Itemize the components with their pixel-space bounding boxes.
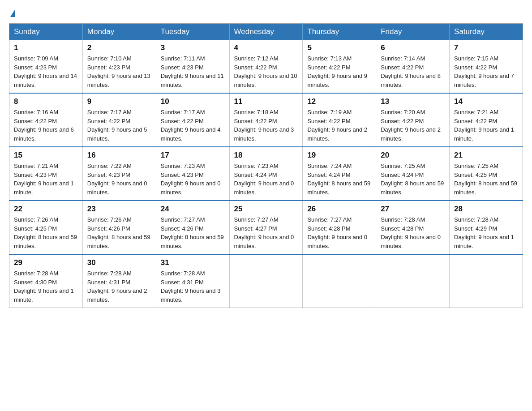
logo-triangle-icon	[10, 10, 15, 17]
page-header	[9, 9, 523, 15]
day-info: Sunrise: 7:25 AMSunset: 4:25 PMDaylight:…	[454, 163, 517, 196]
day-cell-16: 16 Sunrise: 7:22 AMSunset: 4:23 PMDaylig…	[82, 147, 156, 201]
day-info: Sunrise: 7:17 AMSunset: 4:22 PMDaylight:…	[87, 109, 147, 142]
week-row-3: 15 Sunrise: 7:21 AMSunset: 4:23 PMDaylig…	[9, 147, 523, 201]
day-cell-19: 19 Sunrise: 7:24 AMSunset: 4:24 PMDaylig…	[303, 147, 376, 201]
day-info: Sunrise: 7:23 AMSunset: 4:24 PMDaylight:…	[234, 163, 294, 196]
day-info: Sunrise: 7:10 AMSunset: 4:23 PMDaylight:…	[87, 55, 150, 88]
day-number: 11	[234, 97, 298, 106]
day-info: Sunrise: 7:11 AMSunset: 4:23 PMDaylight:…	[161, 55, 224, 88]
day-cell-26: 26 Sunrise: 7:27 AMSunset: 4:28 PMDaylig…	[303, 201, 376, 254]
day-cell-2: 2 Sunrise: 7:10 AMSunset: 4:23 PMDayligh…	[82, 40, 156, 93]
empty-cell-w4-d3	[229, 254, 303, 308]
day-cell-12: 12 Sunrise: 7:19 AMSunset: 4:22 PMDaylig…	[303, 93, 376, 147]
day-cell-27: 27 Sunrise: 7:28 AMSunset: 4:28 PMDaylig…	[376, 201, 450, 254]
day-info: Sunrise: 7:13 AMSunset: 4:22 PMDaylight:…	[307, 55, 367, 88]
day-info: Sunrise: 7:27 AMSunset: 4:27 PMDaylight:…	[234, 216, 294, 249]
day-cell-9: 9 Sunrise: 7:17 AMSunset: 4:22 PMDayligh…	[82, 93, 156, 147]
day-info: Sunrise: 7:14 AMSunset: 4:22 PMDaylight:…	[381, 55, 441, 88]
day-info: Sunrise: 7:22 AMSunset: 4:23 PMDaylight:…	[87, 163, 147, 196]
day-info: Sunrise: 7:24 AMSunset: 4:24 PMDaylight:…	[307, 163, 370, 196]
day-info: Sunrise: 7:15 AMSunset: 4:22 PMDaylight:…	[454, 55, 514, 88]
day-cell-18: 18 Sunrise: 7:23 AMSunset: 4:24 PMDaylig…	[229, 147, 303, 201]
calendar-table: SundayMondayTuesdayWednesdayThursdayFrid…	[9, 23, 523, 308]
weekday-header-row: SundayMondayTuesdayWednesdayThursdayFrid…	[9, 24, 523, 40]
week-row-5: 29 Sunrise: 7:28 AMSunset: 4:30 PMDaylig…	[9, 254, 523, 308]
day-number: 2	[87, 43, 151, 52]
day-info: Sunrise: 7:28 AMSunset: 4:30 PMDaylight:…	[14, 270, 74, 303]
day-info: Sunrise: 7:27 AMSunset: 4:28 PMDaylight:…	[307, 216, 367, 249]
week-row-2: 8 Sunrise: 7:16 AMSunset: 4:22 PMDayligh…	[9, 93, 523, 147]
empty-cell-w4-d4	[303, 254, 376, 308]
day-cell-31: 31 Sunrise: 7:28 AMSunset: 4:31 PMDaylig…	[156, 254, 229, 308]
day-number: 4	[234, 43, 298, 52]
weekday-friday: Friday	[376, 24, 450, 40]
day-info: Sunrise: 7:12 AMSunset: 4:22 PMDaylight:…	[234, 55, 297, 88]
weekday-thursday: Thursday	[303, 24, 376, 40]
day-number: 29	[14, 258, 78, 267]
day-info: Sunrise: 7:26 AMSunset: 4:26 PMDaylight:…	[87, 216, 150, 249]
day-cell-20: 20 Sunrise: 7:25 AMSunset: 4:24 PMDaylig…	[376, 147, 450, 201]
day-info: Sunrise: 7:28 AMSunset: 4:28 PMDaylight:…	[381, 216, 441, 249]
week-row-4: 22 Sunrise: 7:26 AMSunset: 4:25 PMDaylig…	[9, 201, 523, 254]
day-info: Sunrise: 7:28 AMSunset: 4:29 PMDaylight:…	[454, 216, 514, 249]
day-cell-28: 28 Sunrise: 7:28 AMSunset: 4:29 PMDaylig…	[450, 201, 523, 254]
weekday-sunday: Sunday	[9, 24, 83, 40]
day-info: Sunrise: 7:27 AMSunset: 4:26 PMDaylight:…	[161, 216, 224, 249]
day-cell-14: 14 Sunrise: 7:21 AMSunset: 4:22 PMDaylig…	[450, 93, 523, 147]
day-number: 13	[381, 97, 445, 106]
day-info: Sunrise: 7:19 AMSunset: 4:22 PMDaylight:…	[307, 109, 367, 142]
day-number: 26	[307, 205, 371, 214]
day-cell-24: 24 Sunrise: 7:27 AMSunset: 4:26 PMDaylig…	[156, 201, 229, 254]
day-cell-7: 7 Sunrise: 7:15 AMSunset: 4:22 PMDayligh…	[450, 40, 523, 93]
day-cell-22: 22 Sunrise: 7:26 AMSunset: 4:25 PMDaylig…	[9, 201, 83, 254]
day-number: 1	[14, 43, 78, 52]
day-number: 8	[14, 97, 78, 106]
empty-cell-w4-d6	[450, 254, 523, 308]
day-info: Sunrise: 7:16 AMSunset: 4:22 PMDaylight:…	[14, 109, 74, 142]
day-number: 23	[87, 205, 151, 214]
day-info: Sunrise: 7:28 AMSunset: 4:31 PMDaylight:…	[161, 270, 221, 303]
day-info: Sunrise: 7:21 AMSunset: 4:22 PMDaylight:…	[454, 109, 514, 142]
day-cell-8: 8 Sunrise: 7:16 AMSunset: 4:22 PMDayligh…	[9, 93, 83, 147]
day-number: 6	[381, 43, 445, 52]
day-number: 9	[87, 97, 151, 106]
weekday-monday: Monday	[82, 24, 156, 40]
day-cell-1: 1 Sunrise: 7:09 AMSunset: 4:23 PMDayligh…	[9, 40, 83, 93]
day-cell-17: 17 Sunrise: 7:23 AMSunset: 4:23 PMDaylig…	[156, 147, 229, 201]
day-cell-13: 13 Sunrise: 7:20 AMSunset: 4:22 PMDaylig…	[376, 93, 450, 147]
day-number: 20	[381, 151, 445, 160]
day-number: 27	[381, 205, 445, 214]
day-cell-11: 11 Sunrise: 7:18 AMSunset: 4:22 PMDaylig…	[229, 93, 303, 147]
day-cell-5: 5 Sunrise: 7:13 AMSunset: 4:22 PMDayligh…	[303, 40, 376, 93]
day-info: Sunrise: 7:18 AMSunset: 4:22 PMDaylight:…	[234, 109, 294, 142]
day-number: 7	[454, 43, 518, 52]
day-info: Sunrise: 7:09 AMSunset: 4:23 PMDaylight:…	[14, 55, 77, 88]
day-number: 5	[307, 43, 371, 52]
day-info: Sunrise: 7:23 AMSunset: 4:23 PMDaylight:…	[161, 163, 221, 196]
day-info: Sunrise: 7:28 AMSunset: 4:31 PMDaylight:…	[87, 270, 147, 303]
day-cell-15: 15 Sunrise: 7:21 AMSunset: 4:23 PMDaylig…	[9, 147, 83, 201]
day-number: 14	[454, 97, 518, 106]
day-number: 31	[161, 258, 225, 267]
day-info: Sunrise: 7:20 AMSunset: 4:22 PMDaylight:…	[381, 109, 441, 142]
day-cell-3: 3 Sunrise: 7:11 AMSunset: 4:23 PMDayligh…	[156, 40, 229, 93]
day-info: Sunrise: 7:26 AMSunset: 4:25 PMDaylight:…	[14, 216, 77, 249]
logo	[9, 9, 15, 15]
day-cell-4: 4 Sunrise: 7:12 AMSunset: 4:22 PMDayligh…	[229, 40, 303, 93]
day-number: 17	[161, 151, 225, 160]
weekday-wednesday: Wednesday	[229, 24, 303, 40]
day-info: Sunrise: 7:21 AMSunset: 4:23 PMDaylight:…	[14, 163, 74, 196]
day-cell-29: 29 Sunrise: 7:28 AMSunset: 4:30 PMDaylig…	[9, 254, 83, 308]
day-number: 10	[161, 97, 225, 106]
weekday-tuesday: Tuesday	[156, 24, 229, 40]
day-cell-25: 25 Sunrise: 7:27 AMSunset: 4:27 PMDaylig…	[229, 201, 303, 254]
day-number: 21	[454, 151, 518, 160]
day-number: 16	[87, 151, 151, 160]
day-number: 28	[454, 205, 518, 214]
day-number: 15	[14, 151, 78, 160]
day-cell-10: 10 Sunrise: 7:17 AMSunset: 4:22 PMDaylig…	[156, 93, 229, 147]
day-number: 18	[234, 151, 298, 160]
empty-cell-w4-d5	[376, 254, 450, 308]
day-cell-21: 21 Sunrise: 7:25 AMSunset: 4:25 PMDaylig…	[450, 147, 523, 201]
